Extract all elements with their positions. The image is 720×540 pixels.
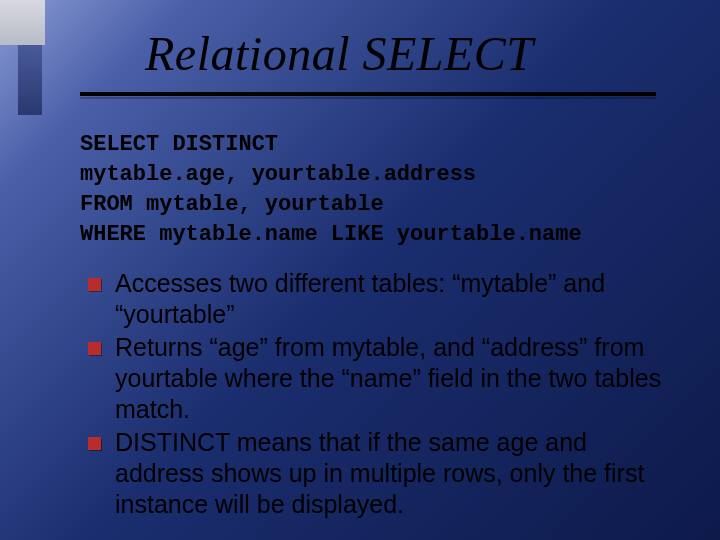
bullet-text: DISTINCT means that if the same age and …: [115, 427, 678, 520]
sql-code-block: SELECT DISTINCT mytable.age, yourtable.a…: [80, 130, 582, 250]
bullet-text: Returns “age” from mytable, and “address…: [115, 332, 678, 425]
bullet-icon: [88, 342, 101, 355]
list-item: DISTINCT means that if the same age and …: [88, 427, 678, 520]
code-line: SELECT DISTINCT: [80, 130, 582, 160]
left-accent-bar: [18, 45, 42, 115]
title-underline: [80, 92, 656, 96]
bullet-list: Accesses two different tables: “mytable”…: [88, 268, 678, 522]
code-line: FROM mytable, yourtable: [80, 190, 582, 220]
list-item: Returns “age” from mytable, and “address…: [88, 332, 678, 425]
bullet-text: Accesses two different tables: “mytable”…: [115, 268, 678, 330]
title-underline-shadow: [80, 97, 656, 99]
slide-title: Relational SELECT: [145, 26, 534, 81]
bullet-icon: [88, 278, 101, 291]
code-line: WHERE mytable.name LIKE yourtable.name: [80, 220, 582, 250]
code-line: mytable.age, yourtable.address: [80, 160, 582, 190]
bullet-icon: [88, 437, 101, 450]
list-item: Accesses two different tables: “mytable”…: [88, 268, 678, 330]
corner-decoration: [0, 0, 45, 45]
